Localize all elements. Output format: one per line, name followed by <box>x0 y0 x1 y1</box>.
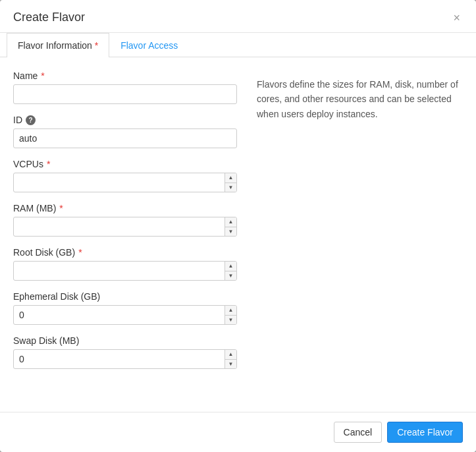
ram-label: RAM (MB) * <box>13 203 237 213</box>
ephemeral-disk-arrows: ▲ ▼ <box>225 306 236 324</box>
ephemeral-disk-group: Ephemeral Disk (GB) ▲ ▼ <box>13 291 237 325</box>
root-disk-required: * <box>78 247 82 258</box>
root-disk-arrows: ▲ ▼ <box>225 262 236 280</box>
swap-disk-group: Swap Disk (MB) ▲ ▼ <box>13 335 237 369</box>
vcpus-up-arrow[interactable]: ▲ <box>225 173 236 183</box>
tab-flavor-information[interactable]: Flavor Information * <box>7 33 109 57</box>
modal-header: Create Flavor × <box>0 0 476 33</box>
info-section: Flavors define the sizes for RAM, disk, … <box>257 71 463 399</box>
create-flavor-modal: Create Flavor × Flavor Information * Fla… <box>0 0 476 452</box>
modal-title: Create Flavor <box>13 11 85 24</box>
form-section: Name * ID ? VCPUs <box>13 71 237 399</box>
tab-bar: Flavor Information * Flavor Access <box>0 33 476 57</box>
create-flavor-button[interactable]: Create Flavor <box>387 422 463 443</box>
cancel-button[interactable]: Cancel <box>334 422 383 443</box>
ephemeral-disk-up-arrow[interactable]: ▲ <box>225 306 236 316</box>
swap-disk-up-arrow[interactable]: ▲ <box>225 350 236 360</box>
root-disk-down-arrow[interactable]: ▼ <box>225 271 236 281</box>
name-group: Name * <box>13 71 237 104</box>
root-disk-spinner: ▲ ▼ <box>13 261 237 281</box>
ram-spinner: ▲ ▼ <box>13 217 237 237</box>
root-disk-input[interactable] <box>13 261 237 281</box>
info-text: Flavors define the sizes for RAM, disk, … <box>257 77 463 121</box>
ephemeral-disk-down-arrow[interactable]: ▼ <box>225 316 236 325</box>
root-disk-group: Root Disk (GB) * ▲ ▼ <box>13 247 237 281</box>
ram-required: * <box>59 203 63 213</box>
name-label: Name * <box>13 71 237 81</box>
ephemeral-disk-label: Ephemeral Disk (GB) <box>13 291 237 302</box>
required-indicator: * <box>95 40 98 51</box>
id-group: ID ? <box>13 115 237 148</box>
ram-group: RAM (MB) * ▲ ▼ <box>13 203 237 237</box>
id-input[interactable] <box>13 128 237 148</box>
vcpus-input[interactable] <box>13 173 237 192</box>
ram-input[interactable] <box>13 217 237 237</box>
root-disk-up-arrow[interactable]: ▲ <box>225 262 236 271</box>
swap-disk-arrows: ▲ ▼ <box>225 350 236 368</box>
ephemeral-disk-input[interactable] <box>13 305 237 325</box>
vcpus-arrows: ▲ ▼ <box>225 173 236 192</box>
ram-arrows: ▲ ▼ <box>225 217 236 236</box>
root-disk-label: Root Disk (GB) * <box>13 247 237 258</box>
swap-disk-input[interactable] <box>13 349 237 369</box>
modal-footer: Cancel Create Flavor <box>0 412 476 452</box>
swap-disk-label: Swap Disk (MB) <box>13 335 237 346</box>
vcpus-down-arrow[interactable]: ▼ <box>225 183 236 192</box>
swap-disk-spinner: ▲ ▼ <box>13 349 237 369</box>
vcpus-required: * <box>47 159 50 169</box>
id-label: ID ? <box>13 115 237 125</box>
ram-down-arrow[interactable]: ▼ <box>225 227 236 237</box>
swap-disk-down-arrow[interactable]: ▼ <box>225 360 236 369</box>
tab-flavor-access[interactable]: Flavor Access <box>109 33 189 57</box>
vcpus-spinner: ▲ ▼ <box>13 173 237 192</box>
id-help-icon: ? <box>26 115 36 125</box>
name-required: * <box>41 71 44 81</box>
vcpus-label: VCPUs * <box>13 159 237 169</box>
close-button[interactable]: × <box>450 12 463 24</box>
modal-body: Name * ID ? VCPUs <box>0 57 476 412</box>
ephemeral-disk-spinner: ▲ ▼ <box>13 305 237 325</box>
ram-up-arrow[interactable]: ▲ <box>225 217 236 227</box>
vcpus-group: VCPUs * ▲ ▼ <box>13 159 237 192</box>
name-input[interactable] <box>13 84 237 104</box>
